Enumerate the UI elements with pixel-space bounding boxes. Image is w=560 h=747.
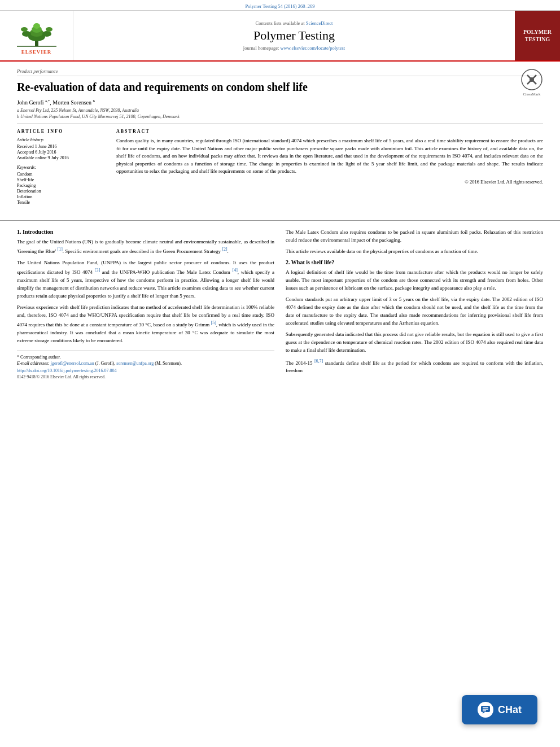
crossmark-badge: CrossMark xyxy=(520,68,543,97)
body-two-col: 1. Introduction The goal of the United N… xyxy=(17,229,543,379)
section2-para4: The 2014-15 [6,7] standards define shelf… xyxy=(286,358,543,375)
section2-number: 2. xyxy=(286,259,290,265)
abstract-text: Condom quality is, in many countries, re… xyxy=(116,137,543,176)
section1-para1: The goal of the United Nations (UN) is t… xyxy=(17,238,274,256)
copyright: © 2016 Elsevier Ltd. All rights reserved… xyxy=(116,179,543,185)
footnote-email: E-mail addresses: jgerofi@enersol.com.au… xyxy=(17,361,274,366)
svg-point-6 xyxy=(42,31,51,37)
article-content: Product performance CrossMark Re-evaluat… xyxy=(0,62,560,212)
body-content: 1. Introduction The goal of the United N… xyxy=(0,229,560,379)
cite-2[interactable]: [2] xyxy=(222,247,227,252)
doi-link[interactable]: http://dx.doi.org/10.1016/j.polymertesti… xyxy=(17,368,274,373)
cite-6-7[interactable]: [6,7] xyxy=(314,359,323,364)
section-divider xyxy=(0,220,560,221)
section2-para1: A logical definition of shelf life would… xyxy=(286,269,543,292)
cite-4[interactable]: [4] xyxy=(232,268,237,273)
keyword-packaging: Packaging xyxy=(17,183,107,188)
elsevier-label: ELSEVIER xyxy=(21,49,52,55)
section1-title: 1. Introduction xyxy=(17,229,274,235)
journal-reference: Polymer Testing 54 (2016) 260–269 xyxy=(246,3,315,9)
journal-top-bar: Polymer Testing 54 (2016) 260–269 xyxy=(0,0,560,11)
polymer-testing-badge: POLYMER TESTING xyxy=(515,11,560,60)
elsevier-tree-icon xyxy=(14,17,59,48)
received-date: Received 1 June 2016 xyxy=(17,144,107,149)
section1-para3: Previous experience with shelf life pred… xyxy=(17,304,274,345)
homepage-url[interactable]: www.elsevier.com/locate/polytest xyxy=(280,45,345,51)
keywords-section: Keywords: Condom Shelf-life Packaging De… xyxy=(17,165,107,205)
section2-title: 2. What is shelf life? xyxy=(286,259,543,265)
journal-title-area: Contents lists available at ScienceDirec… xyxy=(73,11,515,60)
keyword-deterioration: Deterioration xyxy=(17,189,107,194)
section2-heading: What is shelf life? xyxy=(291,259,334,265)
keyword-shelflife: Shelf-life xyxy=(17,177,107,182)
contents-available: Contents lists available at ScienceDirec… xyxy=(256,20,333,26)
svg-point-13 xyxy=(530,77,534,82)
section2-para3: Subsequently generated data indicated th… xyxy=(286,331,543,355)
affiliation-a: a Enersol Pty Ltd, 235 Nelson St, Annand… xyxy=(17,108,543,113)
abstract-header: ABSTRACT xyxy=(116,129,543,134)
authors-line: John Gerofi a,*, Morten Sorensen b xyxy=(17,99,543,106)
article-info-abstract-row: ARTICLE INFO Article history: Received 1… xyxy=(17,124,543,206)
journal-homepage: journal homepage: www.elsevier.com/locat… xyxy=(243,45,345,51)
article-title: Re-evaluation of data and requirements o… xyxy=(17,80,543,94)
footnote-corresponding: * Corresponding author. xyxy=(17,355,274,360)
cite-5[interactable]: [5] xyxy=(211,320,216,325)
section1-right-para2: This article reviews available data on t… xyxy=(286,248,543,256)
body-right-col: The Male Latex Condom also requires cond… xyxy=(286,229,543,379)
cite-1[interactable]: [1] xyxy=(57,247,62,252)
email2-link[interactable]: sorensen@unfpa.org xyxy=(116,361,154,366)
svg-point-5 xyxy=(22,31,31,37)
keywords-label: Keywords: xyxy=(17,165,107,170)
svg-marker-15 xyxy=(483,712,485,714)
section1-heading: Introduction xyxy=(23,229,53,235)
chat-button-label: CHat xyxy=(498,704,522,716)
journal-header: ELSEVIER Contents lists available at Sci… xyxy=(0,11,560,62)
keyword-condom: Condom xyxy=(17,172,107,177)
chat-bubble-icon xyxy=(480,705,491,714)
issn-line: 0142-9418/© 2016 Elsevier Ltd. All right… xyxy=(17,374,274,379)
journal-main-title: Polymer Testing xyxy=(253,28,335,43)
abstract-col: ABSTRACT Condom quality is, in many coun… xyxy=(116,129,543,206)
email1-link[interactable]: jgerofi@enersol.com.au xyxy=(51,361,94,366)
svg-point-8 xyxy=(46,27,53,32)
history-label: Article history: xyxy=(17,137,107,142)
svg-point-7 xyxy=(21,27,28,32)
article-history: Article history: Received 1 June 2016 Ac… xyxy=(17,137,107,160)
affiliations: a Enersol Pty Ltd, 235 Nelson St, Annand… xyxy=(17,108,543,119)
section2-para2: Condom standards put an arbitrary upper … xyxy=(286,296,543,327)
keyword-inflation: Inflation xyxy=(17,194,107,199)
accepted-date: Accepted 6 July 2016 xyxy=(17,150,107,155)
journal-logo-area: ELSEVIER xyxy=(0,11,73,60)
keyword-tensile: Tensile xyxy=(17,200,107,205)
svg-point-4 xyxy=(33,23,40,29)
section1-right-para1: The Male Latex Condom also requires cond… xyxy=(286,229,543,244)
chat-button[interactable]: CHat xyxy=(462,695,537,724)
author-gerofi: John Gerofi xyxy=(17,99,45,106)
body-left-col: 1. Introduction The goal of the United N… xyxy=(17,229,274,379)
section1-number: 1. xyxy=(17,229,21,235)
sciencedirect-link[interactable]: ScienceDirect xyxy=(306,20,333,26)
available-date: Available online 9 July 2016 xyxy=(17,155,107,160)
section1-para2: The United Nations Population Fund, (UNF… xyxy=(17,259,274,300)
affiliation-b: b United Nations Population Fund, UN Cit… xyxy=(17,114,543,119)
article-info-col: ARTICLE INFO Article history: Received 1… xyxy=(17,129,107,206)
article-info-header: ARTICLE INFO xyxy=(17,129,107,134)
section-label: Product performance xyxy=(17,68,543,76)
chat-icon xyxy=(478,702,493,718)
cite-3[interactable]: [3] xyxy=(95,268,100,273)
